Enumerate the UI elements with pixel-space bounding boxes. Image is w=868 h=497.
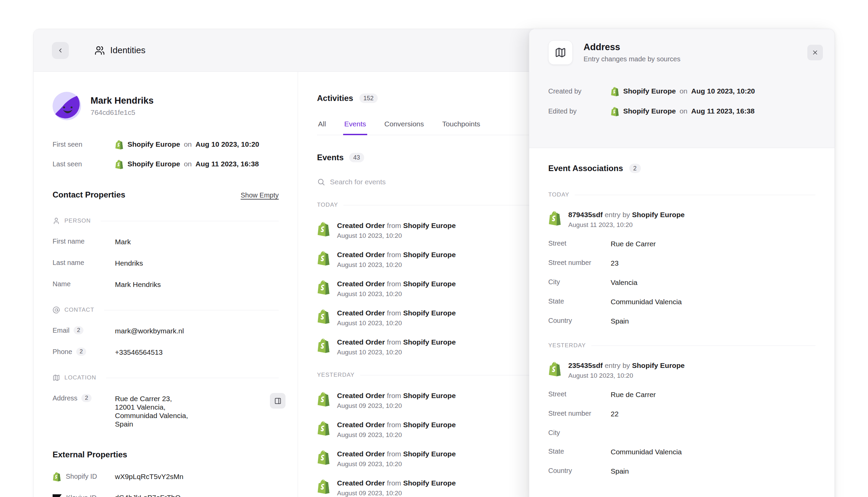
panel-right-icon [274,397,281,404]
event-date: August 10 2023, 10:20 [337,261,456,269]
count-badge: 2 [81,394,91,402]
event-date: August 09 2023, 10:20 [337,489,456,497]
edited-by-row: Edited by Shopify Europe on Aug 11 2023,… [548,106,823,116]
association-group: YESTERDAY 235435sdf entry by Shopify Eur… [548,342,815,475]
back-button[interactable] [52,42,69,59]
contact-properties-title: Contact Properties [53,190,125,200]
show-empty-link[interactable]: Show Empty [241,191,279,199]
search-input[interactable] [330,178,476,186]
association-field-row: Street number 23 [548,259,815,267]
event-date: August 10 2023, 10:20 [337,290,456,298]
association-field-row: State Communidad Valencia [548,297,815,306]
address-property-row: Address2 Rue de Carrer 23, 12001 Valenci… [53,394,279,428]
association-entry-title: 879435sdf entry by Shopify Europe [568,210,685,219]
open-address-panel-button[interactable] [270,393,286,409]
user-icon [53,217,60,225]
last-seen-date: Aug 11 2023, 16:38 [196,160,259,168]
contact-section: CONTACT Email2 mark@workbymark.nl Phone2… [53,306,279,356]
shopify-icon [611,106,619,116]
shopify-icon [317,479,331,494]
property-row: First name Mark [53,238,279,246]
divider [575,195,815,195]
association-field-row: Street number 22 [548,410,815,418]
group-label: YESTERDAY [317,372,355,379]
event-date: August 10 2023, 10:20 [337,349,456,356]
panel-title: Address [583,42,680,53]
person-section-header: PERSON [53,217,279,225]
count-badge: 2 [73,326,83,335]
shopify-id-value: wX9pLqRcT5vY2sMn [115,473,183,481]
association-field-row: State Communidad Valencia [548,448,815,456]
first-seen-row: First seen Shopify Europe on Aug 10 2023… [53,139,279,150]
address-value: Rue de Carrer 23, 12001 Valencia, Commun… [115,394,188,428]
klaviyo-id-value: dG4hJkLoP7eFrTbQ [115,494,181,497]
association-group-header: TODAY [548,191,815,198]
divider [104,310,279,310]
last-seen-source: Shopify Europe [127,160,180,168]
profile-name: Mark Hendriks [91,96,154,106]
close-icon [812,49,818,56]
events-count-badge: 43 [349,153,364,162]
page-title: Identities [110,45,146,56]
at-sign-icon [53,306,60,314]
first-seen-date: Aug 10 2023, 10:20 [196,140,259,148]
klaviyo-icon [53,494,62,497]
tab-touchpoints[interactable]: Touchpoints [441,120,481,135]
location-section-header: LOCATION [53,374,279,382]
contact-section-header: CONTACT [53,306,279,314]
person-section: PERSON First name Mark Last name Hendrik… [53,217,279,289]
association-entry[interactable]: 879435sdf entry by Shopify Europe August… [548,210,815,229]
shopify-icon [317,338,331,353]
created-by-row: Created by Shopify Europe on Aug 10 2023… [548,86,823,96]
event-title: Created Order from Shopify Europe [337,221,456,230]
last-seen-label: Last seen [53,160,115,168]
shopify-icon [115,159,124,169]
event-associations-section: Event Associations 2 TODAY 879435sdf ent… [529,148,835,475]
first-seen-source: Shopify Europe [127,140,180,148]
panel-subtitle: Entry changes made by sources [583,55,680,63]
association-entry-title: 235435sdf entry by Shopify Europe [568,361,685,370]
shopify-icon [317,450,331,465]
tab-all[interactable]: All [317,120,327,135]
address-panel-header: Address Entry changes made by sources Cr… [529,29,835,148]
users-icon [95,45,105,56]
shopify-icon [317,250,331,266]
identity-page: Identities Mark Hendriks 764cd61fe1c5 [0,0,868,497]
email-value: mark@workbymark.nl [115,327,184,335]
shopify-icon [317,280,331,295]
group-label: YESTERDAY [548,342,586,349]
tab-events[interactable]: Events [343,120,367,135]
shopify-icon [548,210,562,226]
association-entry[interactable]: 235435sdf entry by Shopify Europe August… [548,361,815,380]
shopify-icon [53,472,61,481]
divider [101,221,279,221]
event-title: Created Order from Shopify Europe [337,391,456,400]
event-date: August 10 2023, 10:20 [337,320,456,327]
close-panel-button[interactable] [807,45,823,60]
profile-panel: Mark Hendriks 764cd61fe1c5 First seen Sh… [33,72,298,497]
event-title: Created Order from Shopify Europe [337,338,456,346]
map-icon [555,47,566,58]
phone-value: +33546564513 [115,348,163,356]
property-row: Name Mark Hendriks [53,280,279,289]
association-field-row: Country Spain [548,317,815,325]
property-row: Email2 mark@workbymark.nl [53,327,279,335]
property-row: Last name Hendriks [53,259,279,267]
avatar [53,92,81,120]
tab-conversions[interactable]: Conversions [384,120,425,135]
event-date: August 09 2023, 10:20 [337,460,456,468]
event-date: August 10 2023, 10:20 [337,232,456,240]
association-field-row: City [548,429,815,437]
association-field-row: Country Spain [548,467,815,475]
event-title: Created Order from Shopify Europe [337,309,456,317]
external-properties-title: External Properties [53,450,279,459]
event-title: Created Order from Shopify Europe [337,250,456,259]
association-field-row: Street Rue de Carrer [548,390,815,399]
shopify-icon [548,361,562,377]
event-associations-title: Event Associations [548,164,623,173]
association-group-header: YESTERDAY [548,342,815,349]
divider [591,345,815,346]
activities-count-badge: 152 [359,94,378,103]
shopify-icon [317,391,331,407]
event-date: August 09 2023, 10:20 [337,402,456,410]
